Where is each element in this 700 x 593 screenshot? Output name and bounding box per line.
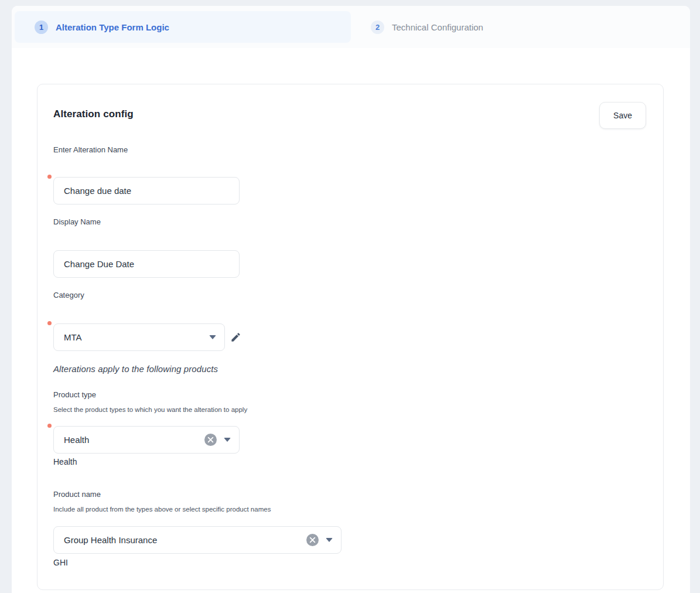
product-name-select[interactable]: Group Health Insurance (53, 526, 342, 554)
tab-alteration-type-form-logic[interactable]: 1 Alteration Type Form Logic (15, 11, 351, 43)
product-type-selection-summary: Health (53, 457, 646, 466)
alteration-name-field (53, 177, 240, 205)
product-name-label: Product name (53, 490, 646, 499)
product-type-select[interactable]: Health (53, 426, 240, 454)
alteration-name-label: Enter Alteration Name (53, 145, 646, 154)
product-type-label: Product type (53, 390, 646, 399)
tab-label: Technical Configuration (392, 22, 483, 32)
clear-selection-icon[interactable] (306, 534, 319, 546)
product-type-selected-value: Health (64, 435, 89, 445)
chevron-down-icon (209, 335, 216, 339)
alteration-name-input[interactable] (53, 177, 240, 205)
main-panel: 1 Alteration Type Form Logic 2 Technical… (12, 6, 690, 593)
product-name-help-text: Include all product from the types above… (53, 506, 646, 513)
chevron-down-icon (326, 538, 333, 542)
category-label: Category (53, 291, 646, 299)
display-name-input[interactable] (53, 250, 240, 278)
required-dot-icon (47, 175, 52, 179)
required-dot-icon (47, 321, 52, 325)
page-title: Alteration config (53, 108, 134, 120)
tab-technical-configuration[interactable]: 2 Technical Configuration (351, 11, 687, 43)
clear-selection-icon[interactable] (204, 434, 217, 446)
display-name-field (53, 250, 240, 278)
card-header: Alteration config Save (53, 84, 646, 129)
category-select[interactable]: MTA (53, 323, 225, 351)
step-1-badge: 1 (35, 21, 48, 34)
tab-label: Alteration Type Form Logic (56, 22, 169, 32)
category-field: MTA (53, 323, 225, 351)
stepper-tabbar: 1 Alteration Type Form Logic 2 Technical… (12, 6, 690, 48)
product-type-field: Health (53, 426, 240, 454)
chevron-down-icon (224, 438, 231, 442)
save-button[interactable]: Save (599, 102, 646, 129)
edit-category-pencil-icon[interactable] (230, 332, 241, 343)
product-name-field: Group Health Insurance (53, 526, 342, 554)
product-name-selection-summary: GHI (53, 558, 646, 567)
alteration-config-card: Alteration config Save Enter Alteration … (37, 84, 664, 590)
product-name-selected-value: Group Health Insurance (64, 535, 157, 545)
step-2-badge: 2 (371, 21, 384, 34)
product-type-help-text: Select the product types to which you wa… (53, 406, 646, 414)
display-name-label: Display Name (53, 217, 646, 226)
products-section-note: Alterations apply to the following produ… (53, 364, 646, 374)
category-selected-value: MTA (64, 332, 82, 342)
required-dot-icon (47, 424, 52, 428)
